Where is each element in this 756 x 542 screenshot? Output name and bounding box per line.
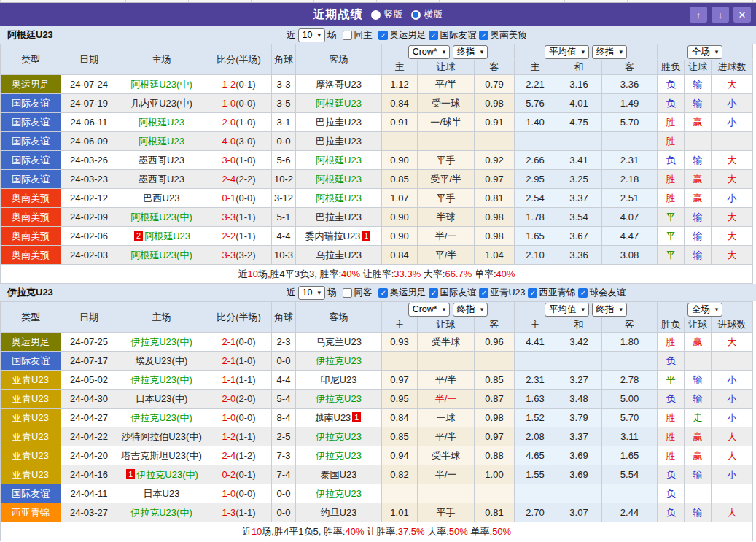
same-venue-checkbox[interactable]: 同主 [342, 29, 372, 42]
checkbox-checked-icon[interactable]: ✓ [429, 288, 438, 298]
result-goals-cell-value: 小 [728, 193, 737, 204]
checkbox-checked-icon[interactable]: ✓ [479, 288, 488, 298]
summary-text: 近 [242, 526, 252, 537]
league-checkbox[interactable]: ✓国际友谊 [428, 29, 476, 42]
layout-radio-horizontal[interactable]: 横版 [411, 8, 443, 21]
games-count-select[interactable]: 10▾ [298, 28, 325, 42]
home-team-name: 阿根廷U23 [139, 117, 184, 128]
handicap-line-cell: 平手 [418, 151, 475, 170]
home-team-cell: 几内亚U23(中) [117, 94, 206, 113]
result-handicap-cell-value: 输 [693, 249, 703, 260]
league-checkbox[interactable]: ✓西亚青锦 [527, 287, 575, 299]
summary-text: 33.3% [394, 268, 421, 279]
result-wdl-cell-value: 负 [666, 98, 676, 109]
scope-select[interactable]: 全场▾ [687, 303, 723, 317]
result-wdl-cell-value: 平 [666, 374, 676, 385]
score-cell: 1-1(1-1) [206, 371, 272, 390]
red-card-badge: 2 [134, 231, 143, 241]
fulltime-score: 1-0 [222, 488, 235, 499]
result-goals-cell: 小 [712, 189, 753, 208]
summary-text: 单率: [472, 268, 496, 279]
match-type-cell: 国际友谊 [1, 113, 61, 132]
handicap-away-odds-cell: 0.98 [475, 227, 515, 246]
handicap-line-cell: 半球 [418, 208, 475, 227]
same-venue-checkbox[interactable]: 同客 [342, 287, 372, 299]
column-header: 类型 [1, 302, 61, 333]
league-checkbox[interactable]: ✓国际友谊 [428, 287, 476, 299]
result-goals-cell: 大 [712, 503, 753, 522]
europe-source-select[interactable]: 平均值▾ [545, 45, 589, 59]
games-count-select[interactable]: 10▾ [298, 286, 325, 300]
result-group-header: 全场▾ [658, 302, 753, 317]
radio-icon-horizontal[interactable] [411, 10, 421, 20]
home-team-name: 阿根廷U23 [144, 231, 190, 241]
result-wdl-cell-value: 胜 [666, 136, 676, 147]
league-checkbox[interactable]: ✓奥运男足 [378, 287, 426, 299]
league-checkbox[interactable]: ✓球会友谊 [577, 287, 626, 299]
corners-cell: 3-5 [272, 94, 296, 113]
checkbox-checked-icon[interactable]: ✓ [528, 288, 537, 298]
corners-cell: 2-5 [272, 427, 296, 446]
handicap-away-odds-cell: 0.79 [475, 75, 515, 94]
result-goals-cell [712, 132, 753, 151]
close-button[interactable]: ✕ [733, 7, 751, 23]
corners-cell: 10-3 [272, 246, 296, 265]
match-date-cell: 24-04-16 [61, 465, 117, 484]
odds-time-select[interactable]: 终指▾ [453, 303, 488, 317]
europe-away-odds-cell [602, 484, 658, 503]
home-team-cell: 2阿根廷U23 [117, 227, 206, 246]
away-team-name: 印尼U23 [321, 374, 357, 385]
europe-time-select[interactable]: 终指▾ [592, 45, 628, 59]
checkbox-icon[interactable] [343, 288, 352, 298]
score-cell: 3-3(3-2) [206, 246, 272, 265]
home-team-name: 伊拉克U23(中) [130, 507, 192, 518]
summary-text: 大率: [421, 268, 445, 279]
table-row: 亚青U2324-04-27伊拉克U23(中)1-0(0-0)8-4越南U2310… [1, 409, 753, 427]
near-label: 近 [287, 29, 296, 42]
league-checkbox[interactable]: ✓亚青U23 [478, 287, 525, 299]
fulltime-score: 2-2 [222, 231, 235, 241]
checkbox-checked-icon[interactable]: ✓ [378, 31, 388, 40]
europe-draw-odds-cell: 3.27 [556, 371, 602, 390]
handicap-home-odds-cell: 0.95 [382, 390, 418, 409]
summary-text: 10 [252, 526, 262, 537]
checkbox-checked-icon[interactable]: ✓ [578, 288, 588, 298]
away-team-cell: 约旦U23 [296, 503, 382, 522]
match-type-cell: 亚青U23 [1, 390, 61, 409]
move-down-button[interactable]: ↓ [712, 7, 729, 23]
europe-time-select[interactable]: 终指▾ [592, 303, 628, 317]
result-handicap-cell [685, 484, 712, 503]
result-wdl-cell: 负 [658, 503, 685, 522]
league-checkbox[interactable]: ✓奥运男足 [378, 29, 426, 42]
column-header: 比分(半场) [206, 44, 272, 75]
result-goals-cell: 大 [712, 227, 753, 246]
europe-draw-odds-cell: 3.37 [556, 427, 602, 446]
same-venue-label: 同客 [354, 287, 372, 299]
match-type-cell: 国际友谊 [1, 484, 61, 503]
checkbox-checked-icon[interactable]: ✓ [479, 31, 488, 40]
league-checkbox[interactable]: ✓奥南美预 [478, 29, 526, 42]
sub-column-header: 让球 [418, 317, 475, 333]
scope-select[interactable]: 全场▾ [687, 45, 723, 59]
chevron-down-icon: ▾ [581, 47, 585, 58]
result-goals-cell: 大 [712, 446, 753, 465]
odds-company-select[interactable]: Crow*▾ [408, 303, 451, 317]
checkbox-icon[interactable] [343, 31, 352, 40]
move-up-button[interactable]: ↑ [690, 7, 707, 23]
away-team-name: 阿根廷U23 [316, 174, 362, 185]
layout-radio-vertical[interactable]: 竖版 [371, 8, 403, 21]
corners-cell: 0-0 [272, 484, 296, 503]
away-team-name: 阿根廷U23 [316, 98, 362, 109]
europe-source-select[interactable]: 平均值▾ [545, 303, 589, 317]
halftime-score: (3-0) [235, 136, 255, 147]
chevron-down-icon: ▾ [715, 47, 719, 58]
checkbox-checked-icon[interactable]: ✓ [429, 31, 438, 40]
checkbox-checked-icon[interactable]: ✓ [378, 288, 388, 298]
halftime-score: (1-1) [235, 231, 255, 241]
away-team-cell: 印尼U23 [296, 371, 382, 390]
result-handicap-cell: 赢 [685, 427, 712, 446]
radio-icon-vertical[interactable] [371, 10, 381, 20]
odds-time-select[interactable]: 终指▾ [453, 45, 488, 59]
away-team-cell: 越南U231 [296, 409, 382, 427]
odds-company-select[interactable]: Crow*▾ [408, 45, 451, 59]
